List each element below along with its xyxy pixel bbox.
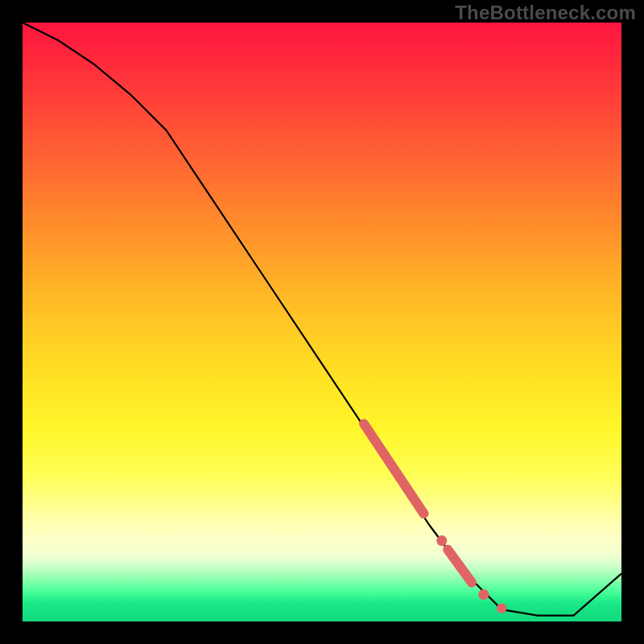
marker-segment-2 — [448, 550, 472, 583]
markers-group — [364, 423, 506, 613]
marker-segment-1 — [364, 423, 423, 514]
plot-area — [23, 23, 621, 621]
bottleneck-curve — [23, 23, 621, 616]
chart-frame: TheBottleneck.com — [0, 0, 644, 644]
marker-dot-1 — [436, 535, 447, 546]
marker-dot-2 — [478, 589, 489, 600]
marker-dot-3 — [497, 604, 506, 613]
chart-svg — [23, 23, 621, 621]
watermark-text: TheBottleneck.com — [455, 2, 636, 24]
